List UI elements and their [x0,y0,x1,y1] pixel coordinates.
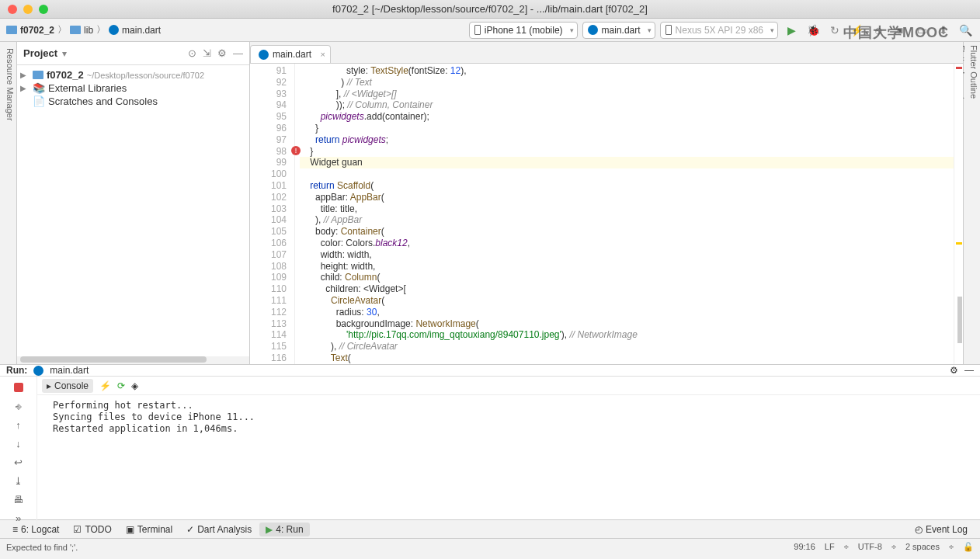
tree-external-libraries[interactable]: ▶📚 External Libraries [17,82,249,95]
attach-debugger-button[interactable]: ⎆ [11,398,26,414]
project-panel-title: Project [23,47,57,59]
left-tool-strip: Resource Manager 1: Project Build Varian… [0,42,17,364]
breadcrumb-root: f0702_2 [20,25,54,36]
hide-run-panel-icon[interactable]: — [964,365,974,376]
soft-wrap-button[interactable]: ↩ [11,454,26,470]
window-title: f0702_2 [~/Desktop/lesson/source/f0702_2… [0,3,980,15]
run-panel-label: Run: [6,365,27,376]
console-output[interactable]: Performing hot restart... Syncing files … [37,395,980,526]
expand-icon[interactable]: ⇲ [203,47,211,59]
line-gutter[interactable]: 91929394959697!9899100101102103104105106… [250,64,295,364]
run-tab[interactable]: ▶4: Run [259,523,309,536]
main-toolbar: f0702_2 〉 lib 〉 main.dart iPhone 11 (mob… [0,19,980,42]
run-config-selector[interactable]: main.dart [582,22,655,39]
dart-analysis-tab[interactable]: ✓Dart Analysis [180,523,258,536]
select-opened-icon[interactable]: ⊙ [188,47,196,59]
open-devtools-icon[interactable]: ◈ [131,380,138,391]
window-titlebar: f0702_2 [~/Desktop/lesson/source/f0702_2… [0,0,980,19]
editor-tabbar: main.dart × [250,42,963,64]
breadcrumb-file: main.dart [122,25,161,36]
search-icon[interactable]: 🔍 [957,22,974,39]
logcat-tab[interactable]: ≡6: Logcat [6,523,65,536]
todo-tab[interactable]: ☑TODO [67,523,117,536]
hot-reload-icon[interactable]: ⚡ [99,380,111,391]
readonly-lock-icon[interactable]: 🔓 [963,542,974,552]
terminal-tab[interactable]: ▣Terminal [120,523,179,536]
folder-icon [6,26,17,34]
up-stack-button[interactable]: ↑ [11,417,26,432]
tree-scratches[interactable]: 📄 Scratches and Consoles [17,95,249,108]
console-play-icon: ▸ [47,380,51,391]
flutter-outline-tab[interactable]: Flutter Outline [968,42,980,364]
phone-icon [474,25,481,35]
console-tab[interactable]: ▸ Console [42,379,93,393]
dart-file-icon [259,50,269,60]
project-panel: Project ▾ ⊙ ⇲ ⚙ — ▶ f0702_2 ~/Desktop/le… [17,42,250,364]
debug-button[interactable]: 🐞 [805,22,822,39]
down-stack-button[interactable]: ↓ [11,436,26,451]
tree-root[interactable]: ▶ f0702_2 ~/Desktop/lesson/source/f0702 [17,68,249,82]
scroll-end-button[interactable]: ⤓ [11,473,26,488]
event-log-tab[interactable]: ◴Event Log [909,523,974,536]
file-encoding[interactable]: UTF-8 [858,542,882,552]
run-button[interactable]: ▶ [783,22,800,39]
stop-run-button[interactable] [11,380,26,395]
device-selector[interactable]: iPhone 11 (mobile) [469,22,578,39]
folder-icon [33,71,43,79]
indent-setting[interactable]: 2 spaces [905,542,940,552]
print-button[interactable]: 🖶 [11,491,26,507]
run-side-toolbar: ⎆ ↑ ↓ ↩ ⤓ 🖶 » [0,377,37,526]
hide-panel-icon[interactable]: — [233,47,243,59]
error-stripe[interactable] [954,64,963,364]
dart-file-icon [588,25,598,35]
folder-icon [70,26,81,34]
dart-file-icon [109,25,119,35]
run-config-name: main.dart [50,365,89,376]
right-tool-strip: Flutter Outline Flutter Inspector Flutte… [963,42,980,364]
breadcrumb-folder: lib [84,25,93,36]
dart-file-icon [33,366,43,376]
settings-icon[interactable]: ⚙ [950,365,958,376]
project-tree[interactable]: ▶ f0702_2 ~/Desktop/lesson/source/f0702 … [17,65,249,111]
horizontal-scrollbar[interactable] [17,356,249,364]
editor-tab-main[interactable]: main.dart × [250,45,331,63]
cursor-position[interactable]: 99:16 [794,542,815,552]
avd-selector[interactable]: Nexus 5X API 29 x86 [660,22,778,39]
resource-manager-tab[interactable]: Resource Manager [4,45,16,364]
watermark: 中国大学MOOC [843,23,949,42]
code-text[interactable]: style: TextStyle(fontSize: 12), ) // Tex… [295,64,954,364]
status-bar: Expected to find ';'. 99:16 LF ÷ UTF-8 ÷… [0,538,980,555]
line-separator[interactable]: LF [825,542,835,552]
collapse-icon[interactable]: ⚙ [217,47,227,59]
code-editor: main.dart × 91929394959697!9899100101102… [250,42,963,364]
status-message: Expected to find ';'. [6,543,78,552]
hot-restart-icon[interactable]: ⟳ [117,380,125,391]
phone-icon [665,25,672,35]
profile-button[interactable]: ↻ [826,22,843,39]
breadcrumb[interactable]: f0702_2 〉 lib 〉 main.dart [6,23,161,36]
run-panel: Run: main.dart ⚙ — ⎆ ↑ ↓ ↩ ⤓ 🖶 » ▸ Conso… [0,364,980,519]
close-tab-icon[interactable]: × [321,50,325,59]
